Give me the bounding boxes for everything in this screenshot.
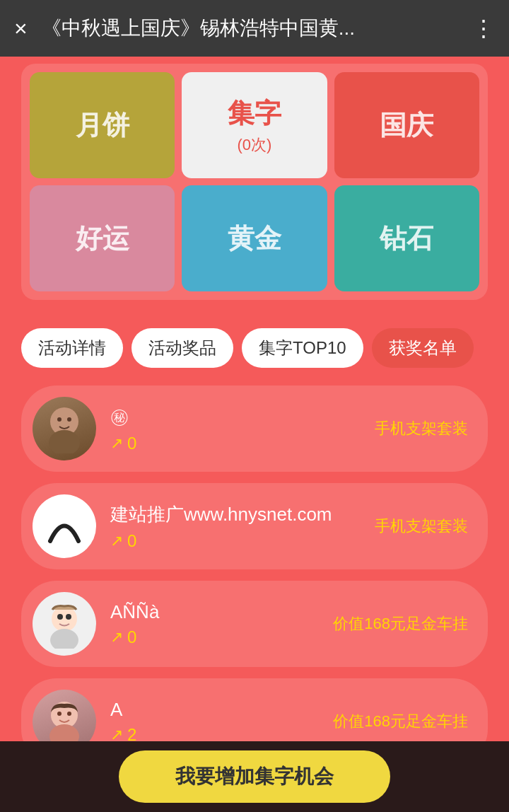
user-info: 建站推广www.hnysnet.com↗0: [110, 502, 361, 551]
svg-point-2: [57, 417, 62, 422]
grid-cell-guoqing[interactable]: 国庆: [334, 72, 479, 178]
increase-chance-button[interactable]: 我要增加集字机会: [119, 750, 390, 803]
user-info: A↗2: [110, 699, 319, 745]
svg-point-4: [52, 606, 77, 632]
grid-cell-text-zuanshi: 钻石: [380, 221, 433, 257]
user-share: ↗0: [110, 531, 361, 551]
user-info: ㊙↗0: [110, 405, 361, 453]
share-icon: ↗: [110, 434, 123, 453]
list-item: 建站推广www.hnysnet.com↗0手机支架套装: [21, 483, 488, 569]
share-count: 0: [127, 627, 136, 647]
top-bar: × 《中秋遇上国庆》锡林浩特中国黄... ⋮: [0, 0, 509, 57]
grid-cell-huangjin[interactable]: 黄金: [182, 185, 327, 291]
share-count: 0: [127, 434, 136, 453]
grid-cell-text-yubing: 月饼: [76, 108, 129, 144]
grid-section: 月饼集字(0次)国庆好运黄金钻石: [0, 57, 509, 314]
svg-point-11: [67, 712, 71, 716]
grid-cell-zuanshi[interactable]: 钻石: [334, 185, 479, 291]
avatar: [33, 592, 96, 656]
grid-cell-haoyun[interactable]: 好运: [30, 185, 175, 291]
user-share: ↗0: [110, 627, 319, 647]
prize-text: 手机支架套装: [375, 516, 468, 537]
svg-point-5: [50, 629, 78, 649]
grid-container: 月饼集字(0次)国庆好运黄金钻石: [21, 64, 488, 300]
tab-prize[interactable]: 活动奖品: [131, 328, 233, 368]
grid-cell-text-huangjin: 黄金: [228, 221, 281, 257]
grid-cell-yubing[interactable]: 月饼: [30, 72, 175, 178]
svg-point-10: [57, 712, 62, 716]
user-name: 建站推广www.hnysnet.com: [110, 502, 361, 527]
tab-top10[interactable]: 集字TOP10: [242, 328, 363, 368]
prize-text: 价值168元足金车挂: [333, 613, 468, 634]
grid-cell-text-guoqing: 国庆: [380, 108, 433, 144]
more-icon[interactable]: ⋮: [472, 15, 495, 42]
tab-winners[interactable]: 获奖名单: [372, 328, 474, 368]
bottom-bar: 我要增加集字机会: [0, 741, 509, 812]
prize-text: 手机支架套装: [375, 418, 468, 439]
prize-text: 价值168元足金车挂: [333, 711, 468, 732]
grid-cell-juzi[interactable]: 集字(0次): [182, 72, 327, 178]
user-info: AÑÑà↗0: [110, 601, 319, 647]
tabs-section: 活动详情活动奖品集字TOP10获奖名单: [0, 314, 509, 378]
grid-cell-sub-juzi: (0次): [238, 134, 272, 156]
share-icon: ↗: [110, 532, 123, 550]
close-icon[interactable]: ×: [14, 16, 28, 42]
user-name: ㊙: [110, 405, 361, 429]
list-item: ㊙↗0手机支架套装: [21, 385, 488, 472]
avatar: [33, 494, 96, 558]
grid-cell-text-juzi: 集字: [228, 95, 281, 132]
avatar: [33, 397, 96, 460]
list-item: AÑÑà↗0价值168元足金车挂: [21, 581, 488, 667]
svg-point-6: [57, 614, 63, 620]
svg-point-3: [67, 417, 71, 422]
svg-point-1: [49, 430, 80, 453]
user-name: A: [110, 699, 319, 721]
page-title: 《中秋遇上国庆》锡林浩特中国黄...: [42, 15, 458, 42]
share-icon: ↗: [110, 628, 123, 646]
svg-point-7: [66, 614, 71, 620]
user-share: ↗0: [110, 434, 361, 453]
grid-cell-text-haoyun: 好运: [76, 221, 129, 257]
share-count: 0: [127, 531, 136, 551]
tab-detail[interactable]: 活动详情: [21, 328, 123, 368]
user-name: AÑÑà: [110, 601, 319, 623]
